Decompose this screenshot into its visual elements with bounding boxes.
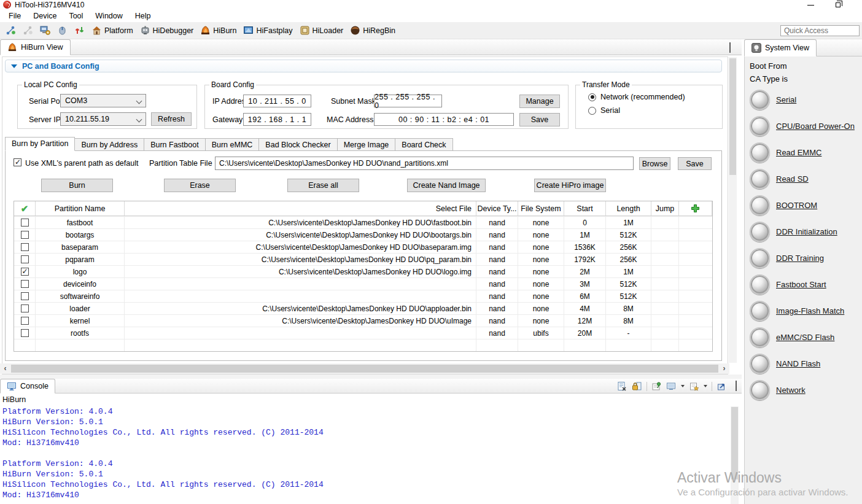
hidebugger-button[interactable]: HiDebugger <box>138 24 196 37</box>
main-vertical-scrollbar[interactable] <box>729 57 737 363</box>
boot-stage-item[interactable]: NAND Flash <box>750 353 862 374</box>
console-maximize-button[interactable] <box>736 382 737 390</box>
burn-mode-tab[interactable]: Burn by Partition <box>5 137 75 151</box>
burn-mode-tab[interactable]: Burn Fastboot <box>144 138 206 151</box>
menu-item[interactable]: File <box>2 10 27 21</box>
partition-save-button[interactable]: Save <box>678 157 712 170</box>
ip-address-input[interactable]: 10 . 211 . 55 . 0 <box>243 95 311 107</box>
row-checkbox[interactable] <box>21 231 29 239</box>
row-checkbox[interactable] <box>21 317 29 325</box>
open-console-button[interactable] <box>689 381 699 392</box>
boot-stage-item[interactable]: CPU/Board Power-On <box>750 115 862 136</box>
boot-stage-item[interactable]: DDR Initialization <box>750 221 862 242</box>
use-xml-path-checkbox[interactable] <box>14 158 21 166</box>
console-sash[interactable] <box>0 374 742 379</box>
mac-address-input[interactable]: 00 : 90 : 11 : b2 : e4 : 01 <box>374 113 514 126</box>
connect-button[interactable] <box>3 24 18 37</box>
refresh-button[interactable]: Refresh <box>151 112 192 126</box>
partition-table-row[interactable]: loader C:\Users\vicente\Desktop\JamesDon… <box>14 302 712 314</box>
console-vertical-scrollbar[interactable] <box>731 406 739 504</box>
console-vertical-scrollbar-thumb[interactable] <box>731 407 738 479</box>
partition-table-row[interactable]: kernel C:\Users\vicente\Desktop\JamesDon… <box>14 314 712 327</box>
pc-config-button[interactable] <box>37 24 53 37</box>
mouse-tool-button[interactable] <box>55 24 70 37</box>
quick-access-input[interactable] <box>780 25 860 36</box>
display-console-button[interactable] <box>666 381 677 392</box>
hiburn-button[interactable]: HiBurn <box>198 24 239 37</box>
radio-button-icon[interactable] <box>588 93 596 101</box>
boot-stage-item[interactable]: Serial <box>750 89 862 110</box>
boot-stage-item[interactable]: BOOTROM <box>750 195 862 215</box>
burn-mode-tab[interactable]: Merge Image <box>337 138 396 151</box>
burn-mode-tab[interactable]: Bad Block Checker <box>258 138 337 151</box>
row-checkbox[interactable] <box>21 243 29 251</box>
boot-stage-item[interactable]: eMMC/SD Flash <box>750 327 862 347</box>
server-ip-select[interactable]: 10.211.55.19 <box>60 112 146 126</box>
partition-table-row[interactable]: fastboot C:\Users\vicente\Desktop\JamesD… <box>14 216 712 228</box>
browse-button[interactable]: Browse <box>639 157 670 170</box>
column-header-file-system[interactable]: File System <box>518 201 564 215</box>
hifastplay-button[interactable]: HiFastplay <box>241 24 295 37</box>
pc-board-config-section-header[interactable]: PC and Board Config <box>5 60 722 72</box>
scroll-right-arrow[interactable] <box>719 363 729 374</box>
partition-table-row[interactable]: baseparam C:\Users\vicente\Desktop\James… <box>14 241 712 253</box>
column-header-start[interactable]: Start <box>564 201 606 215</box>
row-checkbox[interactable] <box>21 255 29 263</box>
hiloader-button[interactable]: HiLoader <box>297 24 346 37</box>
tab-hiburn-view[interactable]: HiBurn View <box>0 39 71 55</box>
clear-console-button[interactable] <box>617 381 627 392</box>
window-minimize-button[interactable] <box>800 0 821 10</box>
scroll-lock-button[interactable] <box>632 381 642 392</box>
transfer-mode-option[interactable]: Network (recommended) <box>588 93 728 101</box>
column-header-select-file[interactable]: Select File <box>125 201 476 215</box>
serial-port-select[interactable]: COM3 <box>60 94 146 107</box>
boot-stage-item[interactable]: Fastboot Start <box>750 274 862 295</box>
select-all-header-cell[interactable] <box>14 201 36 215</box>
row-checkbox[interactable] <box>21 280 29 288</box>
menu-item[interactable]: Window <box>89 10 128 21</box>
boot-stage-item[interactable]: Image-Flash Match <box>750 300 862 321</box>
detach-console-button[interactable] <box>716 381 727 392</box>
tab-console[interactable]: Console <box>0 379 55 394</box>
partition-table-row[interactable]: bootargs C:\Users\vicente\Desktop\JamesD… <box>14 228 712 241</box>
transfer-button[interactable] <box>72 24 87 37</box>
column-header-jump[interactable]: Jump <box>651 201 679 215</box>
menu-item[interactable]: Help <box>129 10 157 21</box>
partition-table-row[interactable]: rootfs nand ubifs 20M - <box>14 327 712 339</box>
boot-stage-item[interactable]: Network <box>750 379 862 400</box>
hiregbin-button[interactable]: HiRegBin <box>348 24 398 37</box>
row-checkbox[interactable] <box>21 268 29 276</box>
radio-button-icon[interactable] <box>588 107 596 115</box>
add-partition-header-cell[interactable] <box>679 201 712 215</box>
burn-mode-tab[interactable]: Board Check <box>395 138 452 151</box>
view-maximize-button[interactable] <box>729 44 731 52</box>
partition-table-row[interactable]: pqparam C:\Users\vicente\Desktop\JamesDo… <box>14 253 712 265</box>
partition-table-row[interactable] <box>14 339 712 351</box>
menu-item[interactable]: Tool <box>63 10 89 21</box>
burn-mode-tab[interactable]: Burn by Address <box>74 138 144 151</box>
boot-stage-item[interactable]: Read SD <box>750 168 862 189</box>
row-checkbox[interactable] <box>21 304 29 312</box>
partition-table-row[interactable]: deviceinfo nand none 3M 512K <box>14 277 712 290</box>
row-checkbox[interactable] <box>21 292 29 300</box>
row-checkbox[interactable] <box>21 219 29 227</box>
board-save-button[interactable]: Save <box>519 113 560 126</box>
column-header-device-type[interactable]: Device Ty... <box>476 201 518 215</box>
main-horizontal-scrollbar-thumb[interactable] <box>11 365 718 373</box>
main-vertical-scrollbar-thumb[interactable] <box>729 58 736 175</box>
partition-table-row[interactable]: logo C:\Users\vicente\Desktop\JamesDonke… <box>14 265 712 277</box>
platform-button[interactable]: Platform <box>89 24 136 37</box>
window-restore-button[interactable] <box>828 0 848 10</box>
partition-action-button[interactable]: Create HiPro image <box>534 179 606 192</box>
burn-mode-tab[interactable]: Burn eMMC <box>205 138 260 151</box>
display-console-dropdown[interactable] <box>681 385 685 387</box>
boot-stage-item[interactable]: Read EMMC <box>750 142 862 163</box>
transfer-mode-option[interactable]: Serial <box>588 106 728 115</box>
partition-table-file-input[interactable] <box>215 157 634 170</box>
main-horizontal-scrollbar[interactable] <box>0 363 729 374</box>
disconnect-button[interactable] <box>20 24 36 37</box>
pin-console-button[interactable] <box>651 381 662 392</box>
tab-system-view[interactable]: System View <box>744 39 817 56</box>
manage-button[interactable]: Manage <box>519 95 560 108</box>
partition-action-button[interactable]: Create Nand Image <box>407 179 486 192</box>
